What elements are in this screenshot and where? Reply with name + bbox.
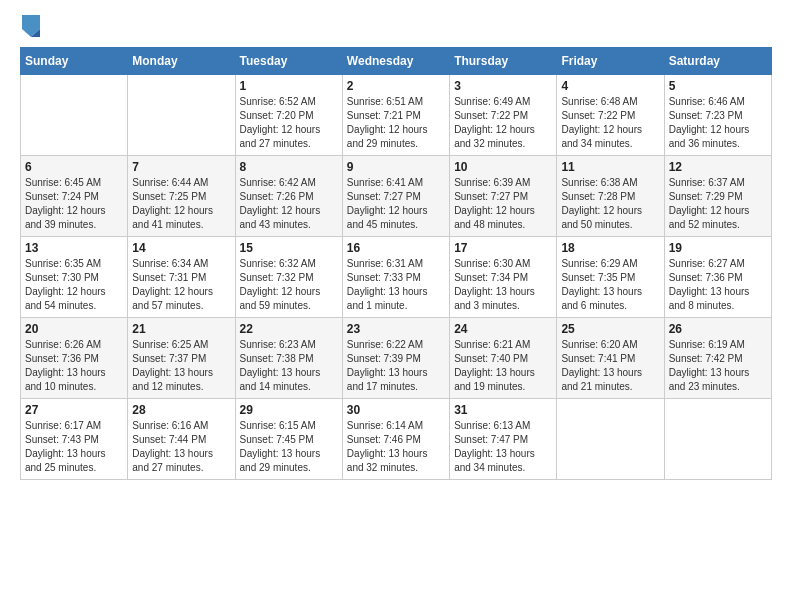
header-day-friday: Friday (557, 48, 664, 75)
calendar-cell: 24Sunrise: 6:21 AM Sunset: 7:40 PM Dayli… (450, 318, 557, 399)
calendar-cell: 20Sunrise: 6:26 AM Sunset: 7:36 PM Dayli… (21, 318, 128, 399)
day-number: 1 (240, 79, 338, 93)
header-day-saturday: Saturday (664, 48, 771, 75)
calendar-cell: 15Sunrise: 6:32 AM Sunset: 7:32 PM Dayli… (235, 237, 342, 318)
day-number: 25 (561, 322, 659, 336)
day-info: Sunrise: 6:22 AM Sunset: 7:39 PM Dayligh… (347, 338, 445, 394)
calendar-cell (128, 75, 235, 156)
calendar-cell: 25Sunrise: 6:20 AM Sunset: 7:41 PM Dayli… (557, 318, 664, 399)
day-number: 11 (561, 160, 659, 174)
day-number: 28 (132, 403, 230, 417)
calendar-cell: 29Sunrise: 6:15 AM Sunset: 7:45 PM Dayli… (235, 399, 342, 480)
day-number: 6 (25, 160, 123, 174)
calendar-cell: 30Sunrise: 6:14 AM Sunset: 7:46 PM Dayli… (342, 399, 449, 480)
day-info: Sunrise: 6:19 AM Sunset: 7:42 PM Dayligh… (669, 338, 767, 394)
calendar-table: SundayMondayTuesdayWednesdayThursdayFrid… (20, 47, 772, 480)
calendar-cell (664, 399, 771, 480)
header-row: SundayMondayTuesdayWednesdayThursdayFrid… (21, 48, 772, 75)
day-number: 24 (454, 322, 552, 336)
calendar-cell (557, 399, 664, 480)
day-number: 26 (669, 322, 767, 336)
day-number: 5 (669, 79, 767, 93)
day-number: 22 (240, 322, 338, 336)
calendar-cell: 21Sunrise: 6:25 AM Sunset: 7:37 PM Dayli… (128, 318, 235, 399)
calendar-cell: 27Sunrise: 6:17 AM Sunset: 7:43 PM Dayli… (21, 399, 128, 480)
day-info: Sunrise: 6:14 AM Sunset: 7:46 PM Dayligh… (347, 419, 445, 475)
day-info: Sunrise: 6:23 AM Sunset: 7:38 PM Dayligh… (240, 338, 338, 394)
calendar-header: SundayMondayTuesdayWednesdayThursdayFrid… (21, 48, 772, 75)
day-number: 23 (347, 322, 445, 336)
day-info: Sunrise: 6:39 AM Sunset: 7:27 PM Dayligh… (454, 176, 552, 232)
day-info: Sunrise: 6:29 AM Sunset: 7:35 PM Dayligh… (561, 257, 659, 313)
day-info: Sunrise: 6:48 AM Sunset: 7:22 PM Dayligh… (561, 95, 659, 151)
day-info: Sunrise: 6:34 AM Sunset: 7:31 PM Dayligh… (132, 257, 230, 313)
day-number: 31 (454, 403, 552, 417)
calendar-cell: 23Sunrise: 6:22 AM Sunset: 7:39 PM Dayli… (342, 318, 449, 399)
calendar-cell: 9Sunrise: 6:41 AM Sunset: 7:27 PM Daylig… (342, 156, 449, 237)
header-day-wednesday: Wednesday (342, 48, 449, 75)
page: SundayMondayTuesdayWednesdayThursdayFrid… (0, 0, 792, 612)
header-day-thursday: Thursday (450, 48, 557, 75)
day-info: Sunrise: 6:49 AM Sunset: 7:22 PM Dayligh… (454, 95, 552, 151)
calendar-cell: 18Sunrise: 6:29 AM Sunset: 7:35 PM Dayli… (557, 237, 664, 318)
day-number: 9 (347, 160, 445, 174)
week-row-3: 13Sunrise: 6:35 AM Sunset: 7:30 PM Dayli… (21, 237, 772, 318)
day-info: Sunrise: 6:44 AM Sunset: 7:25 PM Dayligh… (132, 176, 230, 232)
calendar-cell: 28Sunrise: 6:16 AM Sunset: 7:44 PM Dayli… (128, 399, 235, 480)
day-number: 18 (561, 241, 659, 255)
day-number: 13 (25, 241, 123, 255)
calendar-cell: 2Sunrise: 6:51 AM Sunset: 7:21 PM Daylig… (342, 75, 449, 156)
day-number: 17 (454, 241, 552, 255)
day-number: 2 (347, 79, 445, 93)
day-number: 4 (561, 79, 659, 93)
day-number: 20 (25, 322, 123, 336)
calendar-cell (21, 75, 128, 156)
calendar-body: 1Sunrise: 6:52 AM Sunset: 7:20 PM Daylig… (21, 75, 772, 480)
day-info: Sunrise: 6:45 AM Sunset: 7:24 PM Dayligh… (25, 176, 123, 232)
day-info: Sunrise: 6:26 AM Sunset: 7:36 PM Dayligh… (25, 338, 123, 394)
header-day-monday: Monday (128, 48, 235, 75)
day-info: Sunrise: 6:32 AM Sunset: 7:32 PM Dayligh… (240, 257, 338, 313)
day-number: 30 (347, 403, 445, 417)
calendar-cell: 4Sunrise: 6:48 AM Sunset: 7:22 PM Daylig… (557, 75, 664, 156)
calendar-cell: 14Sunrise: 6:34 AM Sunset: 7:31 PM Dayli… (128, 237, 235, 318)
day-info: Sunrise: 6:27 AM Sunset: 7:36 PM Dayligh… (669, 257, 767, 313)
logo (20, 15, 44, 37)
day-info: Sunrise: 6:13 AM Sunset: 7:47 PM Dayligh… (454, 419, 552, 475)
day-number: 7 (132, 160, 230, 174)
day-info: Sunrise: 6:37 AM Sunset: 7:29 PM Dayligh… (669, 176, 767, 232)
calendar-cell: 17Sunrise: 6:30 AM Sunset: 7:34 PM Dayli… (450, 237, 557, 318)
day-number: 12 (669, 160, 767, 174)
day-number: 16 (347, 241, 445, 255)
calendar-cell: 8Sunrise: 6:42 AM Sunset: 7:26 PM Daylig… (235, 156, 342, 237)
week-row-2: 6Sunrise: 6:45 AM Sunset: 7:24 PM Daylig… (21, 156, 772, 237)
week-row-1: 1Sunrise: 6:52 AM Sunset: 7:20 PM Daylig… (21, 75, 772, 156)
day-info: Sunrise: 6:17 AM Sunset: 7:43 PM Dayligh… (25, 419, 123, 475)
day-number: 8 (240, 160, 338, 174)
day-info: Sunrise: 6:35 AM Sunset: 7:30 PM Dayligh… (25, 257, 123, 313)
calendar-cell: 6Sunrise: 6:45 AM Sunset: 7:24 PM Daylig… (21, 156, 128, 237)
day-number: 10 (454, 160, 552, 174)
header-day-tuesday: Tuesday (235, 48, 342, 75)
day-number: 29 (240, 403, 338, 417)
day-number: 27 (25, 403, 123, 417)
calendar-cell: 1Sunrise: 6:52 AM Sunset: 7:20 PM Daylig… (235, 75, 342, 156)
day-info: Sunrise: 6:21 AM Sunset: 7:40 PM Dayligh… (454, 338, 552, 394)
day-number: 19 (669, 241, 767, 255)
calendar-cell: 19Sunrise: 6:27 AM Sunset: 7:36 PM Dayli… (664, 237, 771, 318)
day-info: Sunrise: 6:51 AM Sunset: 7:21 PM Dayligh… (347, 95, 445, 151)
day-info: Sunrise: 6:46 AM Sunset: 7:23 PM Dayligh… (669, 95, 767, 151)
calendar-cell: 26Sunrise: 6:19 AM Sunset: 7:42 PM Dayli… (664, 318, 771, 399)
day-info: Sunrise: 6:16 AM Sunset: 7:44 PM Dayligh… (132, 419, 230, 475)
week-row-5: 27Sunrise: 6:17 AM Sunset: 7:43 PM Dayli… (21, 399, 772, 480)
day-number: 14 (132, 241, 230, 255)
day-info: Sunrise: 6:25 AM Sunset: 7:37 PM Dayligh… (132, 338, 230, 394)
calendar-cell: 12Sunrise: 6:37 AM Sunset: 7:29 PM Dayli… (664, 156, 771, 237)
calendar-cell: 22Sunrise: 6:23 AM Sunset: 7:38 PM Dayli… (235, 318, 342, 399)
day-info: Sunrise: 6:15 AM Sunset: 7:45 PM Dayligh… (240, 419, 338, 475)
calendar-cell: 13Sunrise: 6:35 AM Sunset: 7:30 PM Dayli… (21, 237, 128, 318)
calendar-cell: 16Sunrise: 6:31 AM Sunset: 7:33 PM Dayli… (342, 237, 449, 318)
day-info: Sunrise: 6:52 AM Sunset: 7:20 PM Dayligh… (240, 95, 338, 151)
calendar-cell: 10Sunrise: 6:39 AM Sunset: 7:27 PM Dayli… (450, 156, 557, 237)
day-info: Sunrise: 6:38 AM Sunset: 7:28 PM Dayligh… (561, 176, 659, 232)
